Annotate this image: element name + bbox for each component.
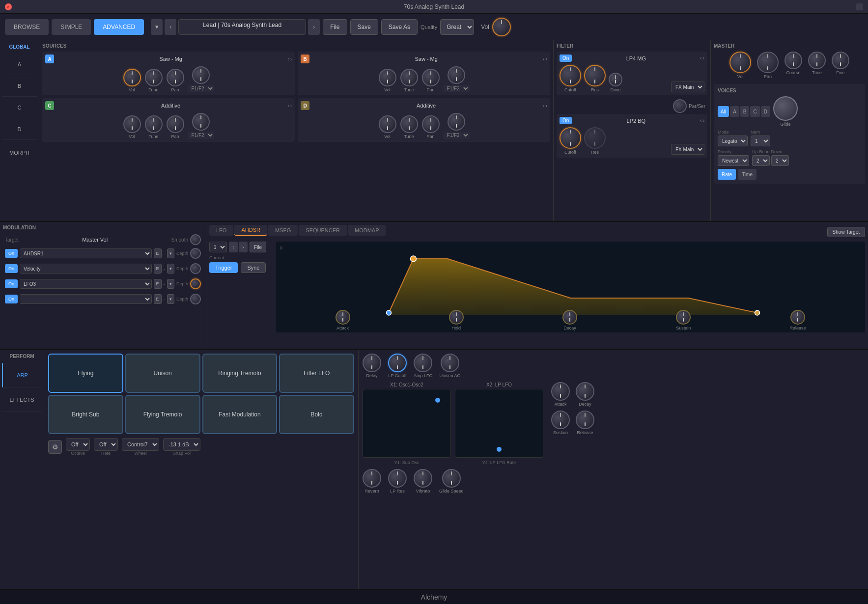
file-button[interactable]: File (323, 19, 347, 35)
source-b-tune-knob[interactable] (400, 69, 418, 86)
voices-all-btn[interactable]: All (718, 106, 729, 117)
xy-release-knob[interactable] (576, 411, 594, 429)
master-tune-knob[interactable] (808, 52, 826, 69)
reverb-knob[interactable] (363, 469, 381, 488)
source-d-f1f2-knob[interactable] (448, 113, 465, 131)
num-select[interactable]: 1 2 4 (751, 136, 770, 146)
ahdsr-prev[interactable]: ‹ (229, 242, 238, 252)
vibrato-knob[interactable] (414, 469, 432, 488)
release-knob[interactable] (790, 310, 805, 325)
filter-1-res-knob[interactable] (584, 65, 606, 86)
mod-1-source-select[interactable]: AHDSR1 (20, 248, 152, 258)
macro-bright-sub[interactable]: Bright Sub (48, 395, 123, 434)
upbend-val2[interactable]: 2 (771, 155, 789, 166)
macro-flying-tremolo[interactable]: Flying Tremolo (125, 395, 200, 434)
source-c-f1f2-select[interactable]: F1/F2 (188, 132, 214, 139)
modmap-tab[interactable]: MODMAP (348, 225, 386, 236)
close-button[interactable]: × (5, 3, 12, 10)
master-coarse-knob[interactable] (784, 52, 802, 69)
source-d-next[interactable]: › (546, 103, 547, 109)
master-pan-knob[interactable] (757, 52, 779, 73)
source-c-pan-knob[interactable] (167, 115, 184, 133)
source-c-f1f2-knob[interactable] (192, 113, 210, 131)
mod-2-e-button[interactable]: E (154, 264, 162, 274)
save-as-button[interactable]: Save As (381, 19, 418, 35)
hold-knob[interactable] (449, 310, 464, 325)
xy-decay-knob[interactable] (576, 382, 594, 401)
master-vol-knob[interactable] (729, 52, 751, 73)
filter-1-next[interactable]: › (703, 55, 704, 61)
source-b-prev[interactable]: ‹ (543, 56, 544, 62)
mode-select[interactable]: Legato Poly Mono (718, 136, 748, 146)
save-button[interactable]: Save (350, 19, 378, 35)
mod-2-depth-knob[interactable] (190, 263, 201, 274)
simple-tab[interactable]: SIMPLE (52, 19, 91, 35)
lp-cutoff-knob[interactable] (388, 354, 407, 372)
source-a-f1f2-select[interactable]: F1/F2 (188, 85, 214, 92)
maximize-button[interactable] (856, 3, 863, 10)
voices-c-btn[interactable]: C (750, 106, 759, 117)
source-b-f1f2-select[interactable]: F1/F2 (444, 85, 470, 92)
source-c-vol-knob[interactable] (123, 115, 141, 133)
effects-row[interactable]: EFFECTS (2, 387, 42, 412)
source-b-next[interactable]: › (546, 56, 547, 62)
voices-b-btn[interactable]: B (740, 106, 750, 117)
unison-ac-knob[interactable] (441, 354, 459, 372)
voices-d-btn[interactable]: D (761, 106, 770, 117)
mod-2-source-select[interactable]: Velocity (20, 264, 152, 274)
filter-2-res-knob[interactable] (584, 127, 606, 149)
lfo-tab[interactable]: LFO (209, 225, 233, 236)
mod-2-arrow-button[interactable]: ▾ (167, 264, 174, 274)
rate-button[interactable]: Rate (718, 169, 736, 180)
source-a-prev[interactable]: ‹ (287, 56, 289, 62)
mod-4-e-button[interactable]: E (154, 294, 162, 304)
source-a-f1f2-knob[interactable] (192, 66, 210, 84)
browse-tab[interactable]: BROWSE (5, 19, 49, 35)
source-d-vol-knob[interactable] (379, 115, 396, 133)
priority-select[interactable]: Newest Oldest (718, 155, 749, 166)
filter-1-prev[interactable]: ‹ (700, 55, 701, 61)
amp-lfo-knob[interactable] (414, 354, 432, 372)
ahdsr-next[interactable]: › (239, 242, 248, 252)
sequencer-tab[interactable]: SEQUENCER (299, 225, 347, 236)
snap-vol-select[interactable]: -13.1 dB (163, 438, 200, 451)
octave-select[interactable]: Off-2-1012 (66, 438, 90, 451)
mod-4-source-select[interactable] (20, 294, 152, 304)
macro-ringing-tremolo[interactable]: Ringing Tremolo (202, 354, 278, 393)
mod-3-arrow-button[interactable]: ▾ (167, 279, 174, 289)
lp-res-knob[interactable] (388, 469, 407, 488)
mod-4-on-button[interactable]: On (5, 295, 18, 303)
filter-2-fx-select[interactable]: FX Main (671, 144, 704, 155)
filter-2-cutoff-knob[interactable] (560, 127, 581, 149)
attack-knob[interactable] (336, 310, 350, 325)
mod-3-on-button[interactable]: On (5, 279, 18, 288)
vol-knob[interactable] (492, 18, 511, 36)
preset-dropdown-button[interactable]: ▾ (151, 19, 163, 35)
xy-pad-1[interactable] (363, 389, 451, 458)
ahdsr-num-select[interactable]: 12 (209, 242, 227, 252)
macro-bold[interactable]: Bold (279, 395, 354, 434)
mod-3-source-select[interactable]: LFO3 (20, 279, 152, 289)
source-a-tune-knob[interactable] (145, 69, 163, 86)
mod-3-depth-knob[interactable] (190, 278, 201, 289)
mod-1-e-button[interactable]: E (154, 248, 162, 258)
macro-filter-lfo[interactable]: Filter LFO (279, 354, 354, 393)
master-fine-knob[interactable] (832, 52, 849, 69)
mod-2-on-button[interactable]: On (5, 264, 18, 273)
source-b-pan-knob[interactable] (422, 69, 440, 86)
filter-2-prev[interactable]: ‹ (700, 118, 701, 123)
filter-1-fx-select[interactable]: FX Main (671, 82, 704, 92)
macro-fast-modulation[interactable]: Fast Modulation (202, 395, 278, 434)
rate-ctrl-select[interactable]: Off (94, 438, 118, 451)
source-c-next[interactable]: › (290, 103, 292, 109)
trigger-button[interactable]: Trigger (209, 262, 238, 273)
mseg-tab[interactable]: MSEG (268, 225, 298, 236)
arp-row[interactable]: ARP (2, 363, 42, 387)
filter-1-drive-knob[interactable] (609, 73, 622, 86)
source-d-prev[interactable]: ‹ (543, 103, 544, 109)
macro-flying[interactable]: Flying (48, 354, 123, 393)
source-a-pan-knob[interactable] (167, 69, 184, 86)
upbend-val1[interactable]: 2 (752, 155, 770, 166)
macro-unison[interactable]: Unison (125, 354, 200, 393)
mod-1-depth-knob[interactable] (190, 248, 201, 259)
